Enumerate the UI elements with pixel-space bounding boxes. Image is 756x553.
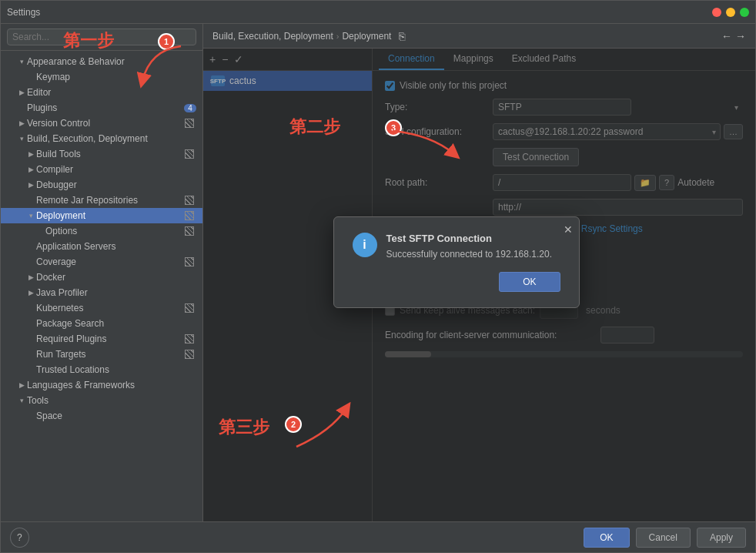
forward-button[interactable]: → — [735, 30, 746, 42]
expand-arrow-dep: ▾ — [25, 210, 36, 221]
sidebar-item-tools[interactable]: ▾ Tools — [1, 393, 202, 408]
space-rt — [25, 349, 36, 360]
sidebar-item-options[interactable]: Options — [1, 223, 202, 239]
expand-arrow-compiler: ▶ — [25, 164, 36, 175]
sidebar-label-required-plugins: Required Plugins — [36, 333, 184, 344]
titlebar: Settings — [1, 1, 755, 24]
sidebar-label-docker: Docker — [36, 272, 196, 283]
stripe-icon-rp — [184, 333, 195, 344]
sidebar-label-languages: Languages & Frameworks — [27, 380, 196, 390]
stripe-icon-dep — [184, 210, 195, 221]
sidebar-item-run-targets[interactable]: Run Targets — [1, 347, 202, 362]
dialog-message: Successfully connected to 192.168.1.20. — [386, 249, 560, 260]
expand-arrow-docker: ▶ — [25, 272, 36, 283]
expand-arrow-jp: ▶ — [25, 287, 36, 298]
apply-button[interactable]: Apply — [697, 528, 746, 548]
sidebar-item-required-plugins[interactable]: Required Plugins — [1, 331, 202, 347]
dialog-ok-button[interactable]: OK — [499, 272, 560, 292]
back-button[interactable]: ← — [721, 30, 732, 42]
sidebar-label-compiler: Compiler — [36, 164, 196, 175]
space-ps — [25, 318, 36, 329]
expand-arrow-appearance: ▾ — [16, 56, 27, 67]
sidebar-label-build: Build, Execution, Deployment — [27, 133, 196, 144]
sidebar-item-java-profiler[interactable]: ▶ Java Profiler — [1, 285, 202, 300]
dialog-info-icon: i — [353, 233, 377, 257]
sidebar-label-run-targets: Run Targets — [36, 349, 184, 360]
breadcrumb-path2: Deployment — [342, 31, 391, 42]
sidebar-item-editor[interactable]: ▶ Editor — [1, 85, 202, 100]
sidebar-label-appearance: Appearance & Behavior — [27, 56, 196, 67]
window-controls — [712, 8, 749, 17]
sidebar-item-package-search[interactable]: Package Search — [1, 316, 202, 331]
sidebar-label-vc: Version Control — [27, 118, 184, 129]
expand-arrow-plugins — [16, 102, 27, 113]
cancel-button[interactable]: Cancel — [636, 528, 691, 548]
sidebar-item-appearance[interactable]: ▾ Appearance & Behavior — [1, 54, 202, 69]
bottom-bar: ? OK Cancel Apply — [1, 521, 755, 552]
space-opt — [35, 226, 45, 236]
space-kube — [25, 303, 36, 313]
expand-arrow-bt: ▶ — [25, 149, 36, 159]
test-connection-dialog: ✕ i Test SFTP Connection Successfully co… — [333, 216, 580, 308]
sidebar-item-build-exec[interactable]: ▾ Build, Execution, Deployment — [1, 131, 202, 146]
sidebar-item-build-tools[interactable]: ▶ Build Tools — [1, 146, 202, 162]
sidebar-label-plugins: Plugins — [27, 102, 181, 113]
search-box — [1, 24, 202, 51]
expand-arrow-vc: ▶ — [16, 118, 27, 129]
sidebar-item-keymap[interactable]: Keymap — [1, 69, 202, 85]
expand-arrow-debugger: ▶ — [25, 179, 36, 190]
sidebar-item-trusted-locations[interactable]: Trusted Locations — [1, 362, 202, 377]
expand-arrow-keymap — [25, 72, 36, 82]
dialog-close-button[interactable]: ✕ — [564, 223, 573, 236]
dialog-footer: OK — [353, 272, 560, 292]
sidebar-item-languages[interactable]: ▶ Languages & Frameworks — [1, 377, 202, 393]
breadcrumb-bar: Build, Execution, Deployment › Deploymen… — [203, 24, 755, 49]
space-cov — [25, 256, 36, 267]
settings-window: Settings ▾ Appearance & Behavior Keymap — [0, 0, 756, 553]
sidebar-label-space: Space — [36, 411, 196, 421]
sidebar-item-remote-jar[interactable]: Remote Jar Repositories — [1, 193, 202, 208]
dialog-overlay: ✕ i Test SFTP Connection Successfully co… — [203, 49, 755, 521]
stripe-icon-vc — [184, 118, 195, 129]
sidebar-item-deployment[interactable]: ▾ Deployment — [1, 208, 202, 223]
sidebar-item-compiler[interactable]: ▶ Compiler — [1, 162, 202, 177]
stripe-icon-bt — [184, 149, 195, 159]
minimize-button[interactable] — [726, 8, 735, 17]
sidebar-item-space[interactable]: Space — [1, 408, 202, 424]
sidebar-item-coverage[interactable]: Coverage — [1, 254, 202, 270]
sidebar-label-deployment: Deployment — [36, 210, 184, 221]
space-as — [25, 241, 36, 252]
panel-area: + − ✓ SFTP cactus Connection — [203, 49, 755, 521]
sidebar-item-version-control[interactable]: ▶ Version Control — [1, 116, 202, 131]
sidebar-label-options: Options — [45, 226, 184, 236]
sidebar-label-editor: Editor — [27, 87, 196, 98]
maximize-button[interactable] — [740, 8, 749, 17]
sidebar-item-kubernetes[interactable]: Kubernetes — [1, 300, 202, 316]
sidebar-item-app-servers[interactable]: Application Servers — [1, 239, 202, 254]
search-input[interactable] — [7, 28, 196, 45]
sidebar-label-package-search: Package Search — [36, 318, 196, 329]
dialog-icon-text: i — [363, 238, 366, 252]
expand-arrow-build: ▾ — [16, 133, 27, 144]
main-content: ▾ Appearance & Behavior Keymap ▶ Editor … — [1, 24, 755, 521]
stripe-icon-rt — [184, 349, 195, 360]
sidebar-item-docker[interactable]: ▶ Docker — [1, 270, 202, 285]
space-tl — [25, 364, 36, 375]
nav-arrows: ← → — [721, 30, 746, 42]
sidebar-label-tools: Tools — [27, 395, 196, 406]
breadcrumb-link-icon: ⎘ — [399, 30, 405, 42]
stripe-icon-cov — [184, 256, 195, 267]
expand-arrow-lang: ▶ — [16, 380, 27, 390]
help-button[interactable]: ? — [10, 528, 29, 548]
expand-arrow-editor: ▶ — [16, 87, 27, 98]
sidebar-label-jp: Java Profiler — [36, 287, 196, 298]
sidebar-item-plugins[interactable]: Plugins 4 — [1, 100, 202, 116]
ok-button[interactable]: OK — [584, 528, 629, 548]
close-button[interactable] — [712, 8, 721, 17]
sidebar-label-remote-jar: Remote Jar Repositories — [36, 195, 184, 206]
breadcrumb-path1: Build, Execution, Deployment — [212, 31, 333, 42]
sidebar-item-debugger[interactable]: ▶ Debugger — [1, 177, 202, 193]
sidebar-label-app-servers: Application Servers — [36, 241, 196, 252]
dialog-title: Test SFTP Connection — [386, 233, 560, 244]
sidebar: ▾ Appearance & Behavior Keymap ▶ Editor … — [1, 24, 203, 521]
